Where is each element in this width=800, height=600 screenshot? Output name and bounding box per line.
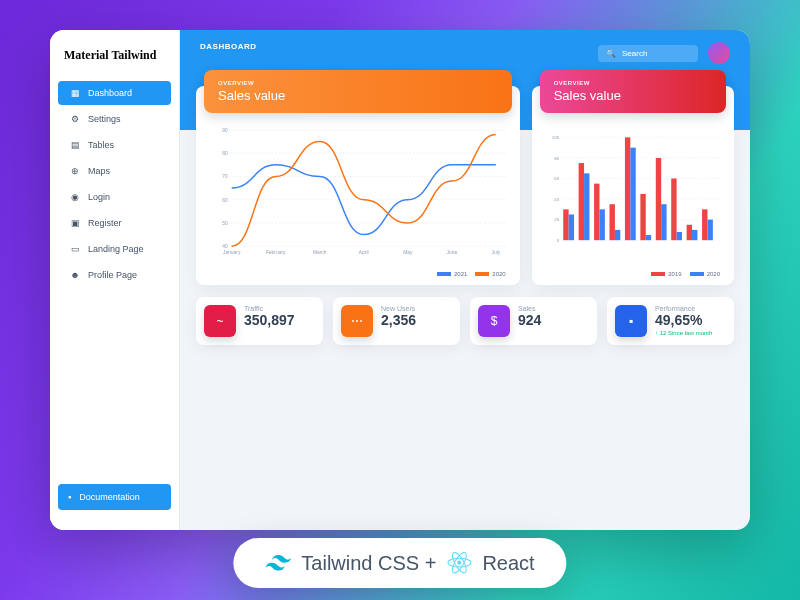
svg-rect-43 xyxy=(655,158,660,240)
doc-label: Documentation xyxy=(79,492,140,502)
svg-rect-42 xyxy=(645,235,650,240)
svg-text:80: 80 xyxy=(554,156,559,161)
nav-icon: ▦ xyxy=(70,88,80,98)
bar-chart-card: OVERVIEW Sales value 020406080100 201920… xyxy=(532,86,734,285)
promo-pill: Tailwind CSS + React xyxy=(233,538,566,588)
nav-icon: ☻ xyxy=(70,270,80,280)
sidebar-item-landing-page[interactable]: ▭Landing Page xyxy=(58,237,171,261)
nav-label: Register xyxy=(88,218,122,228)
stat-card-sales: $ Sales 924 xyxy=(470,297,597,345)
nav-label: Maps xyxy=(88,166,110,176)
svg-rect-36 xyxy=(599,209,604,240)
app-window: Material Tailwind ▦Dashboard⚙Settings▤Ta… xyxy=(50,30,750,530)
svg-text:0: 0 xyxy=(556,238,559,243)
main-content: DASHBOARD 🔍 OVERVIEW Sales value 4050607 xyxy=(180,30,750,530)
nav-label: Tables xyxy=(88,140,114,150)
bar-chart-header: OVERVIEW Sales value xyxy=(540,70,726,113)
line-chart-card: OVERVIEW Sales value 405060708090January… xyxy=(196,86,520,285)
react-icon xyxy=(446,550,472,576)
stat-label: Traffic xyxy=(244,305,315,312)
nav-label: Profile Page xyxy=(88,270,137,280)
svg-text:June: June xyxy=(446,250,457,255)
nav-label: Login xyxy=(88,192,110,202)
stat-icon: $ xyxy=(478,305,510,337)
charts-row: OVERVIEW Sales value 405060708090January… xyxy=(196,86,734,285)
line-chart-svg: 405060708090JanuaryFebruaryMarchAprilMay… xyxy=(210,127,506,261)
svg-text:90: 90 xyxy=(222,128,228,133)
svg-rect-32 xyxy=(568,214,573,240)
line-chart-legend: 20212020 xyxy=(196,271,520,285)
chart-title: Sales value xyxy=(554,88,712,103)
stat-value: 2,356 xyxy=(381,312,452,328)
topbar-right: 🔍 xyxy=(598,42,730,64)
nav-icon: ▭ xyxy=(70,244,80,254)
stat-icon: ⋯ xyxy=(341,305,373,337)
overview-label: OVERVIEW xyxy=(554,80,712,86)
svg-rect-48 xyxy=(692,230,697,240)
nav-icon: ◉ xyxy=(70,192,80,202)
svg-text:60: 60 xyxy=(554,176,559,181)
stats-row: ~ Traffic 350,897 ⋯ New Users 2,356 $ Sa… xyxy=(196,297,734,345)
svg-rect-46 xyxy=(676,232,681,240)
stat-value: 350,897 xyxy=(244,312,315,328)
nav-icon: ⊕ xyxy=(70,166,80,176)
sidebar-item-profile-page[interactable]: ☻Profile Page xyxy=(58,263,171,287)
svg-text:70: 70 xyxy=(222,174,228,179)
stat-foot: ↑ 12 Since last month xyxy=(655,330,726,336)
svg-text:50: 50 xyxy=(222,221,228,226)
stat-body: Performance 49,65% ↑ 12 Since last month xyxy=(655,305,726,336)
stat-value: 49,65% xyxy=(655,312,726,328)
svg-text:March: March xyxy=(313,250,327,255)
svg-text:May: May xyxy=(403,250,413,255)
doc-icon: ▪ xyxy=(68,492,71,502)
svg-text:February: February xyxy=(266,250,286,255)
search-box[interactable]: 🔍 xyxy=(598,45,698,62)
sidebar: Material Tailwind ▦Dashboard⚙Settings▤Ta… xyxy=(50,30,180,530)
legend-item: 2020 xyxy=(690,271,720,277)
svg-text:80: 80 xyxy=(222,151,228,156)
sidebar-item-login[interactable]: ◉Login xyxy=(58,185,171,209)
svg-rect-34 xyxy=(584,173,589,240)
promo-text-1: Tailwind CSS + xyxy=(301,552,436,575)
svg-rect-33 xyxy=(578,163,583,240)
sidebar-item-register[interactable]: ▣Register xyxy=(58,211,171,235)
stat-label: New Users xyxy=(381,305,452,312)
stat-label: Performance xyxy=(655,305,726,312)
sidebar-item-dashboard[interactable]: ▦Dashboard xyxy=(58,81,171,105)
stat-label: Sales xyxy=(518,305,589,312)
search-input[interactable] xyxy=(622,49,682,58)
line-chart-header: OVERVIEW Sales value xyxy=(204,70,512,113)
stat-body: Sales 924 xyxy=(518,305,589,328)
stat-card-traffic: ~ Traffic 350,897 xyxy=(196,297,323,345)
svg-rect-45 xyxy=(671,178,676,240)
svg-rect-41 xyxy=(640,194,645,240)
svg-text:20: 20 xyxy=(554,217,559,222)
sidebar-item-settings[interactable]: ⚙Settings xyxy=(58,107,171,131)
nav-label: Settings xyxy=(88,114,121,124)
svg-rect-47 xyxy=(686,225,691,240)
stat-card-performance: ▪ Performance 49,65% ↑ 12 Since last mon… xyxy=(607,297,734,345)
documentation-button[interactable]: ▪ Documentation xyxy=(58,484,171,510)
sidebar-nav: ▦Dashboard⚙Settings▤Tables⊕Maps◉Login▣Re… xyxy=(50,79,179,476)
bar-chart-svg: 020406080100 xyxy=(546,127,720,261)
sidebar-item-maps[interactable]: ⊕Maps xyxy=(58,159,171,183)
breadcrumb: DASHBOARD xyxy=(200,42,257,51)
legend-item: 2020 xyxy=(475,271,505,277)
nav-icon: ▤ xyxy=(70,140,80,150)
nav-label: Dashboard xyxy=(88,88,132,98)
svg-rect-39 xyxy=(625,137,630,240)
avatar[interactable] xyxy=(708,42,730,64)
svg-text:January: January xyxy=(223,250,241,255)
svg-point-51 xyxy=(457,561,461,565)
svg-text:40: 40 xyxy=(222,244,228,249)
svg-rect-38 xyxy=(615,230,620,240)
svg-rect-50 xyxy=(707,220,712,241)
sidebar-item-tables[interactable]: ▤Tables xyxy=(58,133,171,157)
search-icon: 🔍 xyxy=(606,49,616,58)
svg-text:April: April xyxy=(359,250,369,255)
stat-icon: ~ xyxy=(204,305,236,337)
stat-body: New Users 2,356 xyxy=(381,305,452,328)
legend-item: 2019 xyxy=(651,271,681,277)
svg-text:40: 40 xyxy=(554,197,559,202)
promo-text-2: React xyxy=(482,552,534,575)
